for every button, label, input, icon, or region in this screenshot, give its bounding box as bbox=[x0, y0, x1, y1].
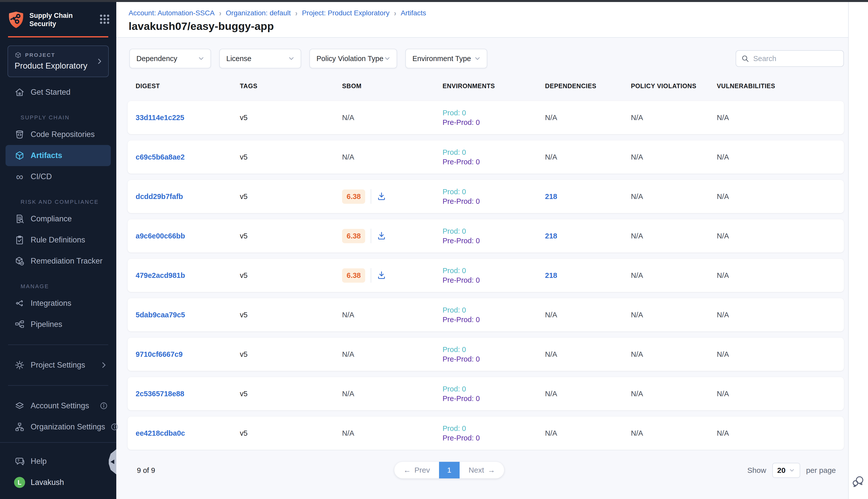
filter-policy-violation-type[interactable]: Policy Violation Type bbox=[309, 49, 397, 68]
dependencies-link[interactable]: 218 bbox=[545, 232, 631, 240]
digest-link[interactable]: 33d114e1c225 bbox=[136, 113, 240, 122]
dependencies-value: N/A bbox=[545, 350, 631, 358]
dependencies-value: N/A bbox=[545, 153, 631, 161]
dependencies-value: N/A bbox=[545, 311, 631, 319]
tag-value: v5 bbox=[240, 390, 342, 398]
vulnerabilities-value: N/A bbox=[717, 232, 844, 240]
policy-violations-value: N/A bbox=[631, 350, 717, 358]
policy-violations-value: N/A bbox=[631, 271, 717, 280]
per-page-label: per page bbox=[806, 466, 836, 475]
breadcrumb-organization[interactable]: Organization: default bbox=[226, 9, 290, 17]
digest-link[interactable]: c69c5b6a8ae2 bbox=[136, 153, 240, 161]
breadcrumb-project[interactable]: Project: Product Exploratory bbox=[302, 9, 389, 17]
sidebar-item-compliance[interactable]: Compliance bbox=[0, 208, 116, 229]
breadcrumb-artifacts[interactable]: Artifacts bbox=[400, 9, 426, 17]
pagination-summary: 9 of 9 bbox=[137, 466, 155, 475]
vulnerabilities-value: N/A bbox=[717, 429, 844, 437]
sbom-cell: N/A bbox=[342, 113, 443, 122]
breadcrumb-account[interactable]: Account: Automation-SSCA bbox=[128, 9, 214, 17]
sidebar-item-remediation-tracker[interactable]: Remediation Tracker bbox=[0, 251, 116, 272]
sbom-na-value: N/A bbox=[342, 429, 354, 437]
sidebar-item-cicd[interactable]: ∞ CI/CD bbox=[0, 166, 116, 187]
sbom-cell: 6.38 bbox=[342, 229, 443, 243]
breadcrumb-separator: › bbox=[394, 8, 396, 17]
nav-section-risk-and-compliance: RISK AND COMPLIANCE bbox=[0, 187, 116, 208]
sbom-download-button[interactable] bbox=[377, 270, 387, 280]
sidebar-item-organization-settings[interactable]: Organization Settings bbox=[0, 416, 116, 437]
dependencies-link[interactable]: 218 bbox=[545, 193, 631, 201]
brand: Supply Chain Security bbox=[0, 2, 116, 29]
sbom-download-button[interactable] bbox=[377, 192, 387, 202]
sidebar-item-artifacts[interactable]: Artifacts bbox=[5, 145, 111, 166]
sbom-score-badge: 6.38 bbox=[342, 268, 365, 283]
table-row: ee4218cdba0c v5 N/A Prod: 0 Pre-Prod: 0 … bbox=[127, 417, 844, 450]
environments-cell: Prod: 0 Pre-Prod: 0 bbox=[443, 266, 545, 285]
sidebar-divider bbox=[8, 385, 108, 386]
env-prod-count: Prod: 0 bbox=[443, 147, 545, 157]
table-row: dcdd29b7fafb v5 6.38 Prod: 0 Pre-Prod: 0… bbox=[127, 180, 844, 213]
vulnerabilities-value: N/A bbox=[717, 113, 844, 122]
divider bbox=[371, 268, 371, 283]
digest-link[interactable]: 2c5365718e88 bbox=[136, 390, 240, 398]
sidebar-item-code-repositories[interactable]: Code Repositories bbox=[0, 124, 116, 145]
sbom-download-button[interactable] bbox=[377, 231, 387, 241]
project-selector[interactable]: PROJECT Product Exploratory bbox=[8, 46, 109, 77]
tag-value: v5 bbox=[240, 232, 342, 240]
env-preprod-count: Pre-Prod: 0 bbox=[443, 118, 545, 127]
dependencies-value: N/A bbox=[545, 390, 631, 398]
digest-link[interactable]: 479e2acd981b bbox=[136, 271, 240, 280]
vulnerabilities-value: N/A bbox=[717, 390, 844, 398]
digest-link[interactable]: 5dab9caa79c5 bbox=[136, 311, 240, 319]
environments-cell: Prod: 0 Pre-Prod: 0 bbox=[443, 187, 545, 206]
env-preprod-count: Pre-Prod: 0 bbox=[443, 276, 545, 285]
info-icon[interactable] bbox=[100, 402, 108, 410]
sidebar-item-pipelines[interactable]: Pipelines bbox=[0, 314, 116, 335]
document-search-icon bbox=[14, 213, 25, 224]
artifact-cube-icon bbox=[14, 150, 25, 161]
digest-link[interactable]: ee4218cdba0c bbox=[136, 429, 240, 437]
digest-link[interactable]: a9c6e00c66bb bbox=[136, 232, 240, 240]
chevron-right-icon bbox=[96, 58, 103, 65]
filter-dependency[interactable]: Dependency bbox=[129, 49, 211, 68]
env-prod-count: Prod: 0 bbox=[443, 305, 545, 315]
policy-violations-value: N/A bbox=[631, 153, 717, 161]
feedback-chat-icon[interactable] bbox=[852, 475, 865, 488]
table-footer: 9 of 9 ← Prev 1 Next → Show 20 per page bbox=[127, 462, 844, 479]
prev-page-button[interactable]: ← Prev bbox=[394, 462, 439, 478]
digest-link[interactable]: 9710cf6667c9 bbox=[136, 350, 240, 358]
search-input[interactable] bbox=[753, 54, 838, 63]
tag-value: v5 bbox=[240, 271, 342, 280]
sidebar-item-integrations[interactable]: Integrations bbox=[0, 293, 116, 314]
main-content: Account: Automation-SSCA › Organization:… bbox=[116, 2, 848, 499]
sidebar-item-rule-definitions[interactable]: Rule Definitions bbox=[0, 229, 116, 251]
env-preprod-count: Pre-Prod: 0 bbox=[443, 236, 545, 245]
page-size-control: Show 20 per page bbox=[747, 463, 836, 478]
chevron-down-icon bbox=[384, 55, 391, 62]
filter-license[interactable]: License bbox=[219, 49, 301, 68]
page-header: Account: Automation-SSCA › Organization:… bbox=[116, 2, 848, 38]
info-icon[interactable] bbox=[111, 423, 119, 431]
env-prod-count: Prod: 0 bbox=[443, 384, 545, 394]
sidebar-item-get-started[interactable]: Get Started bbox=[0, 82, 116, 103]
user-menu[interactable]: L Lavakush bbox=[0, 472, 116, 493]
environments-cell: Prod: 0 Pre-Prod: 0 bbox=[443, 345, 545, 364]
environments-cell: Prod: 0 Pre-Prod: 0 bbox=[443, 108, 545, 127]
sbom-na-value: N/A bbox=[342, 153, 354, 161]
environments-cell: Prod: 0 Pre-Prod: 0 bbox=[443, 384, 545, 403]
next-page-button[interactable]: Next → bbox=[460, 462, 504, 478]
sidebar-item-account-settings[interactable]: Account Settings bbox=[0, 395, 116, 416]
sbom-cell: 6.38 bbox=[342, 268, 443, 283]
column-header-tags: TAGS bbox=[240, 82, 342, 90]
module-grid-icon[interactable] bbox=[100, 15, 109, 24]
avatar: L bbox=[14, 477, 25, 488]
page-size-select[interactable]: 20 bbox=[772, 463, 800, 478]
sbom-cell: N/A bbox=[342, 311, 443, 319]
dependencies-link[interactable]: 218 bbox=[545, 271, 631, 280]
sidebar-item-project-settings[interactable]: Project Settings bbox=[0, 354, 116, 376]
digest-link[interactable]: dcdd29b7fafb bbox=[136, 193, 240, 201]
sidebar-item-help[interactable]: ? Help bbox=[0, 451, 116, 472]
page-1-button[interactable]: 1 bbox=[439, 462, 460, 478]
sbom-na-value: N/A bbox=[342, 350, 354, 358]
filter-environment-type[interactable]: Environment Type bbox=[405, 49, 487, 68]
column-header-vulnerabilities: VULNERABILITIES bbox=[717, 82, 844, 90]
